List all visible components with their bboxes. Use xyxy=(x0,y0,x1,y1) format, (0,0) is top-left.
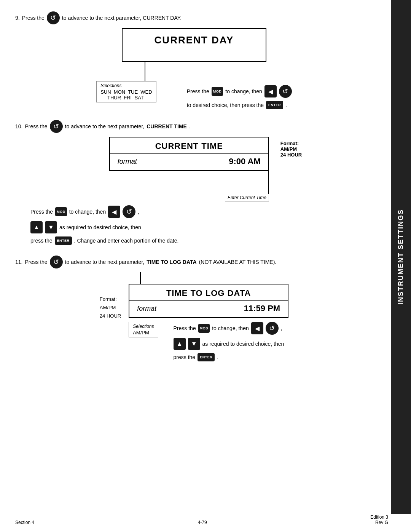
step11-selections-box: Selections AM/PM xyxy=(129,322,158,337)
enter-current-time-label: Enter Current Time xyxy=(225,194,269,201)
step11-comma: , xyxy=(281,325,282,331)
step9-press-mod-line: Press the MOD to change, then ◀ ↺ xyxy=(187,85,292,98)
step9-number: 9. xyxy=(15,15,20,21)
step11-as-required: as required to desired choice, then xyxy=(202,341,284,347)
sidebar-text: INSTRUMENT SETTINGS xyxy=(397,209,405,305)
step11-prefix: Press the xyxy=(25,259,47,265)
step10-controls: Press the MOD to change, then ◀ ↺ , ▲ ▼ … xyxy=(30,205,373,245)
step10-cycle-button[interactable]: ↺ xyxy=(50,120,63,133)
footer-center: 4-79 xyxy=(198,520,207,525)
step11-selections-area: Selections AM/PM xyxy=(129,322,158,361)
step10-box-area: CURRENT TIME format 9:00 AM Enter Curren… xyxy=(109,137,269,201)
time-value: 9:00 AM xyxy=(229,157,261,166)
step10-suffix-pre: to advance to the next parameter, xyxy=(65,123,145,129)
left-arrow-button[interactable]: ◀ xyxy=(264,85,277,97)
step9-desired-text: to desired choice, then press the xyxy=(187,102,264,108)
step10-up-arrow[interactable]: ▲ xyxy=(30,221,43,233)
step11-instruction: 11. Press the ↺ to advance to the next p… xyxy=(15,256,373,268)
step10-enter-button[interactable]: ENTER xyxy=(55,236,72,245)
step11-press-mod: Press the xyxy=(174,325,196,331)
page: INSTRUMENT SETTINGS 9. Press the ↺ to ad… xyxy=(0,0,411,532)
step11-selections-values: AM/PM xyxy=(133,330,154,335)
step10-press-mod-prefix: Press the xyxy=(30,209,53,215)
step11-box-area: TIME TO LOG DATA format 11:59 PM Selecti… xyxy=(129,272,288,361)
step11-suffix-pre: to advance to the next parameter, xyxy=(65,259,145,265)
step11-format-title: Format: xyxy=(100,295,121,304)
step9-instruction: 9. Press the ↺ to advance to the next pa… xyxy=(15,11,373,24)
step11-mod-line: Press the MOD to change, then ◀ ↺ , xyxy=(174,322,284,335)
step11-then: to change, then xyxy=(212,325,249,331)
step10-press-enter-prefix: press the xyxy=(30,238,53,244)
step10-suffix-bold: CURRENT TIME xyxy=(147,123,187,129)
step11-cycle-btn2[interactable]: ↺ xyxy=(266,322,279,335)
step11-down-arrow[interactable]: ▼ xyxy=(188,338,200,350)
step11-format-label: format xyxy=(137,305,156,313)
current-day-box: CURRENT DAY xyxy=(122,28,266,62)
step9-left: Selections SUN MON TUE WED THUR FRI SAT xyxy=(96,81,156,102)
step10-change-note: . Change and enter each portion of the d… xyxy=(74,238,179,244)
step9-right: Press the MOD to change, then ◀ ↺ to des… xyxy=(187,81,292,109)
step10-prefix: Press the xyxy=(25,123,47,129)
step9-diagram: CURRENT DAY Selections SUN MON TUE WED T… xyxy=(15,28,373,109)
footer-left: Section 4 xyxy=(15,520,34,525)
step10-comma: , xyxy=(138,209,139,215)
step11-mod-button[interactable]: MOD xyxy=(198,324,210,333)
step11-diagram: Format: AM/PM 24 HOUR TIME TO LOG DATA f… xyxy=(15,272,373,361)
step10-left-arrow[interactable]: ◀ xyxy=(108,206,120,218)
connector-h1 xyxy=(145,80,145,81)
step11-controls: Press the MOD to change, then ◀ ↺ , ▲ ▼ … xyxy=(174,322,284,361)
step9-section: 9. Press the ↺ to advance to the next pa… xyxy=(15,11,373,109)
step10-enter-line: press the ENTER . Change and enter each … xyxy=(30,236,373,245)
step10-section: 10. Press the ↺ to advance to the next p… xyxy=(15,120,373,245)
step10-mod-line: Press the MOD to change, then ◀ ↺ , xyxy=(30,205,373,218)
step10-connector xyxy=(109,171,269,194)
mod-button[interactable]: MOD xyxy=(212,87,223,96)
step9-desired-line: to desired choice, then press the ENTER … xyxy=(187,101,287,109)
selections-label: Selections xyxy=(100,83,152,88)
cycle-button-2[interactable]: ↺ xyxy=(279,85,292,98)
time-log-box: TIME TO LOG DATA format 11:59 PM xyxy=(129,284,288,318)
step10-suffix-post: . xyxy=(189,123,191,129)
step10-number: 10. xyxy=(15,123,22,129)
step10-down-arrow[interactable]: ▼ xyxy=(45,221,57,233)
step10-then: to change, then xyxy=(69,209,106,215)
time-log-row: format 11:59 PM xyxy=(129,300,288,317)
step10-ud-line: ▲ ▼ as required to desired choice, then xyxy=(30,221,373,233)
sidebar: INSTRUMENT SETTINGS xyxy=(391,0,411,514)
enter-button[interactable]: ENTER xyxy=(266,101,283,109)
selections-box: Selections SUN MON TUE WED THUR FRI SAT xyxy=(96,81,156,102)
format-options: AM/PM 24 HOUR xyxy=(280,146,302,158)
step11-enter-button[interactable]: ENTER xyxy=(198,353,215,361)
step10-as-required: as required to desired choice, then xyxy=(59,224,141,230)
step11-left-arrow[interactable]: ◀ xyxy=(251,322,263,334)
step10-format-info: Format: AM/PM 24 HOUR xyxy=(280,137,302,158)
step11-format-info: Format: AM/PM 24 HOUR xyxy=(100,295,121,320)
time-log-title: TIME TO LOG DATA xyxy=(129,284,288,300)
step11-up-arrow[interactable]: ▲ xyxy=(174,338,186,350)
step10-cycle-btn[interactable]: ↺ xyxy=(123,205,135,218)
current-time-box: CURRENT TIME format 9:00 AM xyxy=(109,137,269,171)
footer: Section 4 4-79 Edition 3 Rev G xyxy=(15,512,388,525)
current-time-title: CURRENT TIME xyxy=(110,137,268,153)
step9-then: to change, then xyxy=(225,88,262,94)
step11-number: 11. xyxy=(15,259,22,265)
current-day-title: CURRENT DAY xyxy=(123,29,266,61)
step10-instruction: 10. Press the ↺ to advance to the next p… xyxy=(15,120,373,133)
step9-press-mod-prefix: Press the xyxy=(187,88,209,94)
step11-connector-top xyxy=(129,272,141,284)
step9-suffix: to advance to the next parameter, CURREN… xyxy=(62,15,182,21)
step9-lower: Selections SUN MON TUE WED THUR FRI SAT … xyxy=(15,81,373,109)
step10-mod-button[interactable]: MOD xyxy=(55,207,67,216)
step11-suffix-bold: TIME TO LOG DATA xyxy=(147,259,196,265)
step11-enter-line: press the ENTER . xyxy=(174,353,284,361)
step11-selections-label: Selections xyxy=(133,324,154,329)
enter-current-time-label-area: Enter Current Time xyxy=(225,194,269,201)
footer-rev: Rev G xyxy=(370,520,388,525)
step11-cycle-button[interactable]: ↺ xyxy=(50,256,63,268)
step11-press-enter-prefix: press the xyxy=(174,354,196,360)
main-content: 9. Press the ↺ to advance to the next pa… xyxy=(15,11,373,361)
step9-period: . xyxy=(285,102,287,108)
step11-period: . xyxy=(217,354,218,360)
step9-cycle-button[interactable]: ↺ xyxy=(47,11,60,24)
format-label: format xyxy=(118,158,137,166)
